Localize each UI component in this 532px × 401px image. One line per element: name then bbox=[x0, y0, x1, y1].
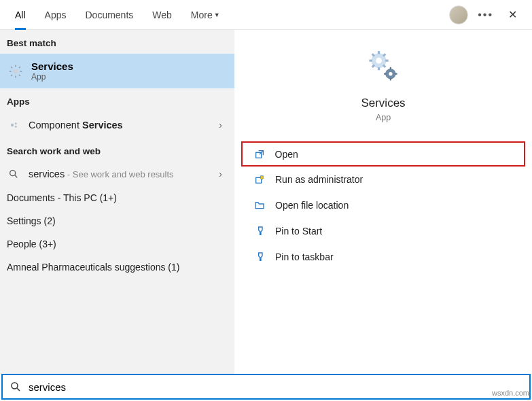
result-web-search[interactable]: services - See work and web results › bbox=[0, 162, 234, 186]
open-icon bbox=[253, 148, 266, 160]
gear-icon bbox=[8, 64, 23, 79]
svg-point-9 bbox=[11, 124, 14, 127]
svg-line-20 bbox=[372, 54, 374, 56]
search-bar[interactable] bbox=[1, 374, 531, 400]
action-pin-taskbar[interactable]: Pin to taskbar bbox=[241, 244, 525, 270]
user-avatar[interactable] bbox=[449, 5, 468, 24]
chevron-down-icon: ▼ bbox=[214, 12, 220, 18]
search-icon bbox=[8, 169, 20, 179]
svg-line-7 bbox=[11, 74, 12, 75]
options-button[interactable]: ••• bbox=[478, 9, 493, 21]
svg-line-21 bbox=[383, 65, 385, 67]
svg-point-12 bbox=[10, 171, 16, 176]
pin-icon bbox=[253, 251, 266, 263]
result-component-services[interactable]: Component Services › bbox=[0, 112, 234, 138]
gear-cluster-icon bbox=[8, 119, 20, 131]
chevron-right-icon: › bbox=[219, 120, 222, 130]
action-label: Pin to Start bbox=[275, 226, 322, 237]
tab-apps[interactable]: Apps bbox=[35, 0, 76, 30]
detail-title: Services bbox=[361, 97, 405, 110]
detail-subtitle: App bbox=[376, 113, 391, 122]
folder-icon bbox=[253, 199, 266, 211]
result-documents[interactable]: Documents - This PC (1+) bbox=[0, 186, 234, 209]
svg-point-33 bbox=[12, 383, 18, 389]
section-best-match: Best match bbox=[0, 30, 234, 54]
svg-line-34 bbox=[17, 388, 20, 391]
filter-tabs: All Apps Documents Web More ▼ bbox=[5, 0, 230, 30]
section-search-web: Search work and web bbox=[0, 138, 234, 162]
action-open-location[interactable]: Open file location bbox=[241, 192, 525, 218]
watermark: wsxdn.com bbox=[492, 389, 529, 397]
action-label: Open file location bbox=[275, 200, 349, 211]
detail-pane: Services App Open Run as administrator bbox=[234, 30, 532, 374]
action-open[interactable]: Open bbox=[241, 141, 525, 167]
tab-more[interactable]: More ▼ bbox=[181, 0, 230, 30]
svg-line-22 bbox=[372, 65, 374, 67]
result-people[interactable]: People (3+) bbox=[0, 232, 234, 256]
result-settings[interactable]: Settings (2) bbox=[0, 209, 234, 232]
services-app-icon bbox=[366, 50, 401, 86]
action-label: Pin to taskbar bbox=[275, 251, 334, 262]
svg-line-6 bbox=[19, 74, 20, 75]
result-amneal[interactable]: Amneal Pharmaceuticals suggestions (1) bbox=[0, 256, 234, 279]
action-run-admin[interactable]: Run as administrator bbox=[241, 167, 525, 192]
svg-point-15 bbox=[376, 58, 382, 64]
chevron-right-icon: › bbox=[219, 169, 222, 179]
search-input[interactable] bbox=[29, 381, 522, 393]
svg-line-8 bbox=[19, 67, 20, 68]
result-label: Component Services bbox=[29, 120, 123, 130]
svg-line-5 bbox=[11, 67, 12, 68]
close-button[interactable]: ✕ bbox=[503, 5, 522, 24]
action-label: Open bbox=[275, 149, 298, 160]
main-area: Best match Services App Apps Component S… bbox=[0, 30, 532, 374]
tab-web[interactable]: Web bbox=[143, 0, 181, 30]
pin-icon bbox=[253, 225, 266, 237]
best-match-subtitle: App bbox=[31, 72, 73, 82]
search-icon bbox=[10, 381, 22, 393]
shield-icon bbox=[253, 173, 266, 186]
action-label: Run as administrator bbox=[275, 174, 363, 185]
action-pin-start[interactable]: Pin to Start bbox=[241, 218, 525, 244]
action-list: Open Run as administrator Open file loca… bbox=[241, 141, 525, 270]
section-apps: Apps bbox=[0, 88, 234, 112]
svg-line-13 bbox=[15, 175, 17, 177]
svg-point-11 bbox=[15, 126, 17, 128]
result-label: services - See work and web results bbox=[29, 169, 174, 179]
svg-line-23 bbox=[383, 54, 385, 56]
tab-all[interactable]: All bbox=[5, 0, 35, 30]
svg-point-25 bbox=[389, 72, 392, 75]
top-toolbar: All Apps Documents Web More ▼ ••• ✕ bbox=[0, 0, 532, 30]
results-pane: Best match Services App Apps Component S… bbox=[0, 30, 234, 374]
svg-point-0 bbox=[13, 69, 18, 73]
svg-point-10 bbox=[15, 122, 17, 124]
best-match-item[interactable]: Services App bbox=[0, 54, 234, 88]
tab-documents[interactable]: Documents bbox=[75, 0, 143, 30]
best-match-title: Services bbox=[31, 60, 73, 72]
